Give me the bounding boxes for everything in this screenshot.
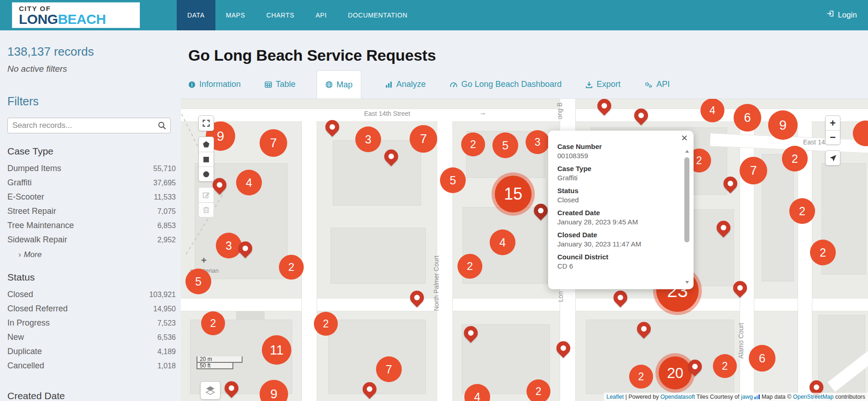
fullscreen-button[interactable] xyxy=(199,116,214,131)
facet-label[interactable]: Graffiti xyxy=(7,178,32,188)
map-cluster-marker[interactable]: 2 xyxy=(314,312,338,336)
facet-label[interactable]: Closed xyxy=(7,290,33,299)
chevron-right-icon: › xyxy=(18,250,21,259)
case-type-more-link[interactable]: ›More xyxy=(18,250,181,259)
delete-shapes-button[interactable] xyxy=(199,202,214,217)
map-cluster-marker[interactable]: 6 xyxy=(734,104,761,132)
scroll-down-arrow-icon[interactable] xyxy=(685,281,689,284)
case-type-facet-item[interactable]: Street Repair7,075 xyxy=(7,206,176,221)
map-cluster-marker[interactable]: 2 xyxy=(457,254,482,279)
map-cluster-marker[interactable]: 9 xyxy=(768,110,798,140)
map-cluster-marker[interactable]: 4 xyxy=(236,170,262,195)
draw-rectangle-button[interactable] xyxy=(199,152,214,166)
facet-label[interactable]: In Progress xyxy=(7,318,50,328)
status-facet-item[interactable]: Closed Referred14,950 xyxy=(7,304,176,318)
tab-go-long-beach-dashboard[interactable]: Go Long Beach Dashboard xyxy=(450,70,561,98)
map-cluster-marker[interactable]: 5 xyxy=(185,269,211,294)
tab-analyze[interactable]: Analyze xyxy=(385,70,426,98)
map-cluster-marker[interactable]: 20 xyxy=(659,356,692,390)
facet-label[interactable]: Cancelled xyxy=(7,361,44,371)
city-of-long-beach-logo[interactable]: CITY OF LONGBEACH xyxy=(12,2,140,28)
scrollbar-thumb[interactable] xyxy=(684,157,689,242)
tab-table[interactable]: Table xyxy=(265,70,295,98)
scroll-up-arrow-icon[interactable] xyxy=(685,150,689,153)
map-cluster-marker[interactable]: 4 xyxy=(700,98,724,122)
draw-circle-button[interactable] xyxy=(199,166,214,181)
map-cluster-marker[interactable]: 2 xyxy=(461,132,485,156)
case-type-facet-item[interactable]: E-Scooter11,533 xyxy=(7,192,176,206)
attribution-link[interactable]: jawg xyxy=(741,394,753,400)
map-cluster-marker[interactable]: 7 xyxy=(260,129,287,157)
facet-label[interactable]: Street Repair xyxy=(7,206,56,216)
map-cluster-marker[interactable]: 2 xyxy=(279,255,304,280)
map-cluster-marker[interactable]: 2 xyxy=(629,365,653,389)
map-cluster-marker[interactable]: 7 xyxy=(410,125,437,153)
map-cluster-marker[interactable]: 5 xyxy=(440,167,466,193)
map-cluster-marker[interactable]: 3 xyxy=(526,130,550,154)
case-type-facet-item[interactable]: Sidewalk Repair2,952 xyxy=(7,235,176,249)
popup-field-value: January 28, 2023 9:45 AM xyxy=(557,218,676,226)
facet-count: 7,075 xyxy=(157,207,176,216)
facet-label[interactable]: Duplicate xyxy=(7,347,42,356)
search-icon[interactable] xyxy=(157,121,167,132)
zoom-out-button[interactable]: − xyxy=(826,130,840,144)
map-cluster-marker[interactable]: 2 xyxy=(713,354,737,378)
layers-control[interactable] xyxy=(200,381,220,400)
search-input[interactable] xyxy=(7,118,171,133)
map-cluster-marker[interactable]: 7 xyxy=(740,157,767,184)
street-label-east-14th: East 14th Street xyxy=(364,110,410,117)
facet-count: 4,189 xyxy=(157,348,176,356)
map-cluster-marker[interactable]: 4 xyxy=(490,229,515,255)
case-type-facet-item[interactable]: Tree Maintenance6,853 xyxy=(7,221,176,235)
popup-close-button[interactable]: × xyxy=(681,132,688,143)
tab-information[interactable]: Information xyxy=(188,70,241,98)
nav-item-data[interactable]: DATA xyxy=(177,0,215,30)
nav-item-maps[interactable]: MAPS xyxy=(215,0,256,30)
facet-label[interactable]: Dumped Items xyxy=(7,164,61,173)
tab-api[interactable]: API xyxy=(644,70,670,98)
map-cluster-marker[interactable]: 2 xyxy=(789,198,815,224)
map-cluster-marker[interactable]: 2 xyxy=(527,379,550,401)
facet-label[interactable]: New xyxy=(7,332,24,342)
tab-map[interactable]: Map xyxy=(317,70,361,98)
map-cluster-marker[interactable]: 11 xyxy=(262,335,291,365)
map-cluster-marker[interactable]: 3 xyxy=(355,126,381,152)
zoom-in-button[interactable]: + xyxy=(826,116,840,130)
attribution-link[interactable]: Leaflet xyxy=(607,394,624,400)
facet-label[interactable]: E-Scooter xyxy=(7,192,44,202)
facet-label[interactable]: Closed Referred xyxy=(7,304,68,314)
login-button[interactable]: Login xyxy=(827,0,857,30)
facet-label[interactable]: Tree Maintenance xyxy=(7,221,74,230)
status-facet-item[interactable]: Duplicate4,189 xyxy=(7,347,176,361)
map-cluster-marker[interactable]: 6 xyxy=(749,345,775,372)
attribution-link[interactable]: Opendatasoft xyxy=(660,394,695,400)
map-cluster-marker[interactable]: 2 xyxy=(782,146,808,172)
attribution-link[interactable]: OpenStreetMap xyxy=(793,394,833,400)
map-canvas[interactable]: East 14th Street → East 14th St North Pa… xyxy=(181,98,868,401)
street-arrow: → xyxy=(479,109,486,117)
status-facet-item[interactable]: Cancelled1,018 xyxy=(7,361,176,375)
map-cluster-marker[interactable]: 7 xyxy=(376,356,402,382)
case-type-facet-item[interactable]: Graffiti37,695 xyxy=(7,178,176,192)
status-facet-item[interactable]: New6,536 xyxy=(7,332,176,347)
map-cluster-marker[interactable]: 3 xyxy=(216,233,242,258)
draw-polygon-button[interactable] xyxy=(199,137,214,152)
case-type-facet-item[interactable]: Dumped Items55,710 xyxy=(7,164,176,178)
status-facet-item[interactable]: Closed103,921 xyxy=(7,290,176,304)
tab-export[interactable]: Export xyxy=(585,70,620,98)
locate-button[interactable] xyxy=(826,151,840,165)
facet-label[interactable]: Sidewalk Repair xyxy=(7,235,67,245)
edit-toolbar xyxy=(198,187,214,218)
nav-item-charts[interactable]: CHARTS xyxy=(256,0,305,30)
facet-title-case-type: Case Type xyxy=(7,146,181,157)
status-facet-item[interactable]: In Progress7,523 xyxy=(7,318,176,332)
map-building xyxy=(328,320,426,394)
nav-item-documentation[interactable]: DOCUMENTATION xyxy=(337,0,418,30)
map-cluster-marker[interactable]: 15 xyxy=(495,176,532,212)
map-cluster-marker[interactable]: 5 xyxy=(492,132,518,158)
map-cluster-marker[interactable]: 2 xyxy=(810,240,836,265)
edit-shapes-button[interactable] xyxy=(199,188,214,202)
nav-item-api[interactable]: API xyxy=(305,0,337,30)
popup-scrollbar[interactable] xyxy=(684,150,690,284)
map-cluster-marker[interactable]: 2 xyxy=(201,311,225,335)
